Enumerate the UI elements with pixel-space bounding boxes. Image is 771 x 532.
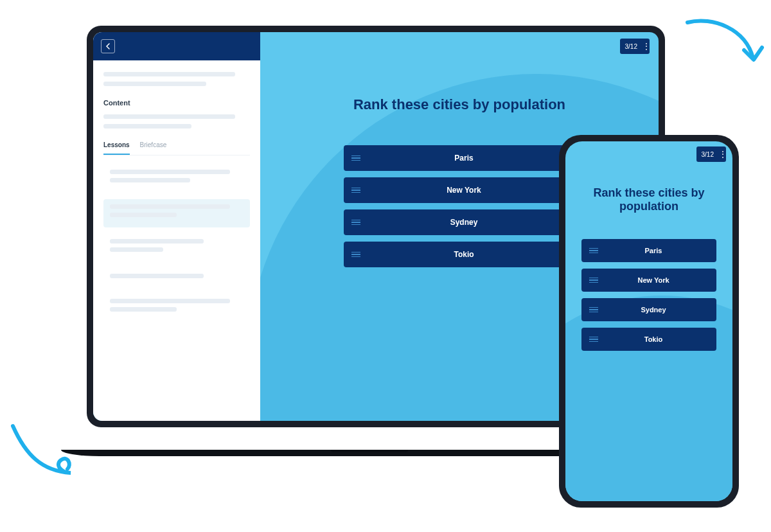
skeleton-line — [110, 204, 230, 209]
skeleton-line — [103, 124, 191, 129]
more-icon — [642, 42, 644, 50]
drag-handle-icon — [589, 337, 598, 342]
drag-handle-icon — [351, 155, 360, 161]
skeleton-line — [110, 307, 177, 312]
main-header: 3/12 — [260, 32, 659, 60]
rank-item-tokio[interactable]: Tokio — [344, 242, 575, 267]
skeleton-line — [103, 72, 235, 76]
rank-label: New York — [360, 186, 567, 195]
drag-handle-icon — [351, 252, 360, 258]
drag-handle-icon — [351, 188, 360, 193]
lesson-item-active[interactable] — [103, 199, 250, 227]
rank-label: Tokio — [598, 335, 709, 343]
lesson-item[interactable] — [103, 269, 250, 287]
sidebar: Content Lessons Briefcase — [93, 32, 260, 421]
rank-item-paris[interactable]: Paris — [344, 145, 575, 171]
rank-label: Paris — [360, 154, 567, 163]
skeleton-line — [110, 213, 177, 217]
sidebar-header — [93, 32, 260, 60]
drag-handle-icon — [589, 278, 598, 283]
skeleton-line — [110, 239, 204, 244]
skeleton-line — [103, 114, 235, 119]
decorative-arrow-top-right — [681, 13, 765, 84]
tab-lessons[interactable]: Lessons — [103, 141, 130, 155]
drag-handle-icon — [351, 220, 360, 226]
progress-counter: 3/12 — [625, 43, 637, 50]
progress-indicator[interactable]: 3/12 — [620, 39, 650, 54]
rank-label: Tokio — [360, 250, 567, 259]
lesson-item[interactable] — [103, 164, 250, 193]
quiz-title: Rank these cities by population — [565, 186, 732, 213]
rank-label: Sydney — [598, 306, 709, 314]
skeleton-line — [110, 247, 163, 252]
phone-header: 3/12 — [565, 141, 732, 167]
back-button[interactable] — [101, 39, 115, 53]
skeleton-line — [110, 178, 190, 182]
skeleton-line — [110, 274, 204, 278]
rank-item-newyork[interactable]: New York — [344, 177, 575, 203]
lesson-item[interactable] — [103, 294, 250, 322]
phone-display: 3/12 Rank these cities by population Par… — [565, 141, 732, 501]
rank-label: Paris — [598, 247, 709, 254]
rank-item-newyork[interactable]: New York — [581, 269, 716, 292]
quiz-title: Rank these cities by population — [353, 96, 565, 113]
drag-handle-icon — [589, 307, 598, 313]
rank-item-sydney[interactable]: Sydney — [344, 209, 575, 235]
rank-label: Sydney — [360, 218, 567, 227]
rank-item-paris[interactable]: Paris — [581, 239, 716, 262]
progress-counter: 3/12 — [702, 151, 714, 158]
lesson-item[interactable] — [103, 234, 250, 262]
skeleton-line — [110, 299, 230, 303]
phone-device: 3/12 Rank these cities by population Par… — [559, 135, 739, 508]
rank-label: New York — [598, 276, 709, 284]
drag-handle-icon — [589, 248, 598, 254]
skeleton-line — [103, 82, 206, 86]
more-icon — [719, 150, 721, 158]
sidebar-tabs: Lessons Briefcase — [103, 141, 250, 155]
rank-item-sydney[interactable]: Sydney — [581, 298, 716, 321]
rank-list: Paris New York Sydney Tokio — [344, 145, 575, 267]
content-section-label: Content — [103, 99, 250, 107]
rank-item-tokio[interactable]: Tokio — [581, 328, 716, 351]
tab-briefcase[interactable]: Briefcase — [140, 141, 167, 155]
rank-list: Paris New York Sydney Tokio — [581, 239, 716, 351]
progress-indicator[interactable]: 3/12 — [696, 146, 726, 162]
chevron-left-icon — [106, 43, 111, 49]
sidebar-body: Content Lessons Briefcase — [93, 60, 260, 421]
skeleton-line — [110, 170, 230, 174]
